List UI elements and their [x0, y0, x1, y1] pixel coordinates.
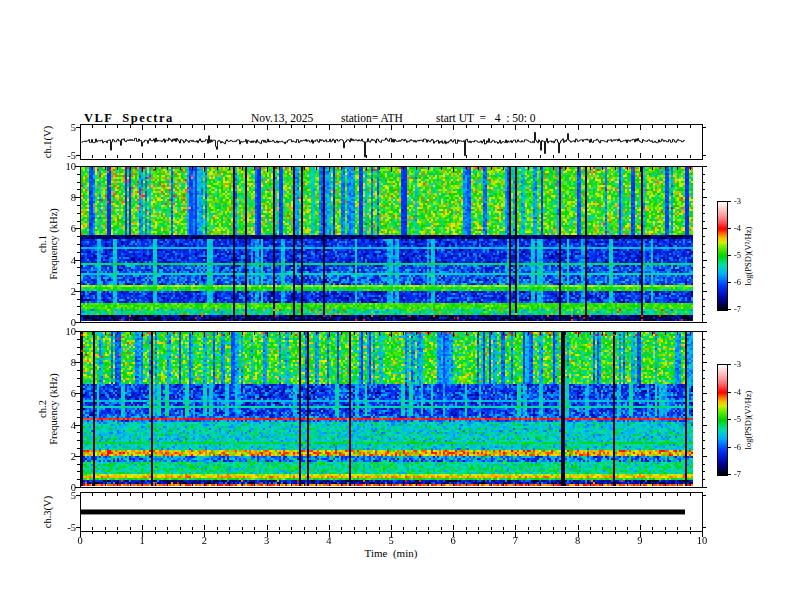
spec2-y-tick-label: 4 [71, 419, 76, 430]
spec1-y-tick-label: 2 [71, 285, 76, 296]
ch1-spectrogram-plot [81, 167, 693, 321]
x-tick-label: 6 [451, 535, 456, 546]
colorbar-ch2-unit-label: log(PSD)(V²/Hz) [743, 391, 753, 450]
colorbar-tick-label: -5 [734, 414, 741, 424]
vlf-spectra-figure: VLF Spectra Nov.13, 2025 station= ATH st… [0, 0, 792, 612]
spec1-y-tick-label: 8 [71, 192, 76, 203]
station-label: station= ATH [341, 112, 403, 124]
colorbar-tick-label: -4 [734, 387, 741, 397]
ch2-spec-ylabel: ch.2 Frequency (kHz) [37, 373, 59, 444]
trace1-y-tick-label: 5 [71, 122, 76, 133]
colorbar-tick-label: -5 [734, 250, 741, 260]
spec2-y-tick-label: 6 [71, 388, 76, 399]
x-tick-label: 2 [202, 535, 207, 546]
colorbar-tick-label: -3 [734, 196, 741, 206]
spec2-y-tick-label: 2 [71, 450, 76, 461]
colorbar-ch1-unit-label: log(PSD)(V²/Hz) [743, 227, 753, 286]
colorbar-tick-label: -6 [734, 442, 741, 452]
spec1-y-tick-label: 6 [71, 223, 76, 234]
x-tick-label: 10 [697, 535, 708, 546]
start-ut-label: start UT = 4 : 50: 0 [436, 112, 536, 124]
trace3-y-tick-label: 5 [71, 490, 76, 501]
date-label: Nov.13, 2025 [251, 112, 313, 124]
x-tick-label: 5 [388, 535, 393, 546]
colorbar-tick-label: -6 [734, 277, 741, 287]
ch2-spec-ylabel-channel: ch.2 [37, 373, 48, 444]
colorbar-ch2 [717, 364, 728, 476]
ch1-spec-ylabel-axis: Frequency (kHz) [48, 208, 59, 279]
x-tick-label: 3 [264, 535, 269, 546]
spec2-y-tick-label: 10 [66, 326, 77, 337]
ch3-trace-plot [81, 493, 694, 530]
colorbar-ch1 [717, 201, 728, 311]
x-tick-label: 1 [140, 535, 145, 546]
ch3-trace-ylabel: ch.3(V) [42, 496, 53, 528]
x-tick-label: 0 [77, 535, 82, 546]
spec1-y-tick-label: 10 [66, 161, 77, 172]
ch1-trace-plot [81, 125, 694, 158]
spec2-y-tick-label: 8 [71, 357, 76, 368]
trace3-y-tick-label: -5 [67, 522, 76, 533]
ch1-spec-ylabel: ch.1 Frequency (kHz) [37, 208, 59, 279]
colorbar-tick-label: -7 [734, 469, 741, 479]
time-axis-label: Time (min) [365, 547, 418, 559]
x-tick-label: 4 [326, 535, 331, 546]
x-tick-label: 7 [513, 535, 518, 546]
ch1-trace-ylabel: ch.1(V) [42, 126, 53, 158]
colorbar-tick-label: -4 [734, 223, 741, 233]
x-tick-label: 9 [637, 535, 642, 546]
figure-title: VLF Spectra [84, 111, 174, 126]
ch1-spec-ylabel-channel: ch.1 [37, 208, 48, 279]
spec1-y-tick-label: 4 [71, 254, 76, 265]
ch2-spectrogram-plot [81, 332, 693, 486]
colorbar-tick-label: -3 [734, 359, 741, 369]
colorbar-ch2-gradient [718, 365, 727, 475]
ch2-spec-ylabel-axis: Frequency (kHz) [48, 373, 59, 444]
colorbar-tick-label: -7 [734, 304, 741, 314]
x-tick-label: 8 [575, 535, 580, 546]
trace1-y-tick-label: -5 [67, 150, 76, 161]
colorbar-ch1-gradient [718, 202, 727, 310]
